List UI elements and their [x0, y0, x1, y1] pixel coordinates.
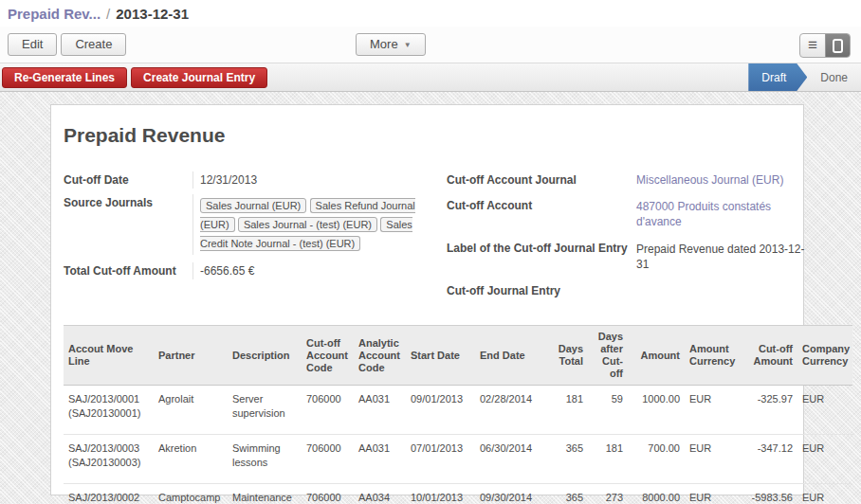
statusbar-states: DraftDone [748, 63, 861, 91]
table-row[interactable]: SAJ/2013/0001 (SAJ20130001)AgrolaitServe… [64, 386, 852, 435]
create-button[interactable]: Create [61, 33, 126, 56]
table-cell: 273 [588, 484, 628, 504]
state-done[interactable]: Done [807, 63, 861, 91]
table-cell: 700.00 [628, 435, 685, 484]
view-switcher: ≡ [799, 33, 851, 58]
table-cell: EUR [797, 386, 852, 435]
cutoff-account-label: Cut-off Account [447, 197, 634, 231]
column-header: Amount [628, 326, 685, 386]
journal-entry-label-value: Prepaid Revenue dated 2013-12-31 [634, 240, 807, 274]
column-header: Partner [154, 326, 228, 386]
form-sheet: Prepaid Revenue Cut-off Date 12/31/2013 … [50, 104, 804, 495]
table-cell: -325.97 [743, 386, 797, 435]
column-header: Days Total [552, 326, 588, 386]
source-journals-tags: Sales Journal (EUR) Sales Refund Journal… [192, 194, 435, 255]
table-cell: Agrolait [154, 386, 228, 435]
column-header: Description [228, 326, 302, 386]
more-dropdown-wrap: More▼ [356, 33, 426, 56]
form-view-button[interactable] [825, 34, 850, 57]
table-cell: EUR [685, 435, 743, 484]
cutoff-account-journal-label: Cut-off Account Journal [447, 171, 634, 189]
journal-tag: Sales Journal - (test) (EUR) [238, 217, 377, 232]
form-left-column: Cut-off Date 12/31/2013 Source Journals … [64, 171, 435, 306]
table-cell: 02/28/2014 [475, 386, 552, 435]
table-cell: EUR [685, 484, 743, 504]
table-cell: SAJ/2013/0002 (SAJ20130002) [64, 484, 154, 504]
table-cell: Swimming lessons [228, 435, 302, 484]
table-cell: 365 [552, 435, 588, 484]
table-cell: 1000.00 [628, 386, 685, 435]
status-action-bar: Re-Generate Lines Create Journal Entry D… [0, 63, 861, 92]
cutoff-date-label: Cut-off Date [64, 171, 192, 189]
table-cell: 181 [552, 386, 588, 435]
lines-table-wrap: Accout Move LinePartnerDescriptionCut-of… [64, 325, 852, 504]
page-background: Prepaid Revenue Cut-off Date 12/31/2013 … [0, 92, 861, 504]
table-cell: SAJ/2013/0003 (SAJ20130003) [64, 435, 154, 484]
cutoff-journal-entry-label: Cut-off Journal Entry [447, 282, 634, 297]
table-header-row: Accout Move LinePartnerDescriptionCut-of… [64, 326, 852, 386]
table-row[interactable]: SAJ/2013/0003 (SAJ20130003)AkretionSwimm… [64, 435, 852, 484]
regenerate-lines-button[interactable]: Re-Generate Lines [2, 67, 127, 88]
column-header: Cut-off Account Code [302, 326, 354, 386]
cutoff-journal-entry-value [634, 282, 807, 297]
table-cell: EUR [797, 484, 852, 504]
table-cell: Server supervision [228, 386, 302, 435]
edit-button[interactable]: Edit [8, 33, 57, 56]
table-cell: AA034 [354, 484, 406, 504]
column-header: Accout Move Line [64, 326, 154, 386]
table-cell: 706000 [302, 386, 354, 435]
total-cutoff-amount-label: Total Cut-off Amount [64, 262, 192, 279]
breadcrumb-parent-link[interactable]: Prepaid Rev... [8, 6, 101, 22]
more-button-label: More [370, 37, 398, 51]
table-cell: 07/01/2013 [406, 435, 475, 484]
chevron-down-icon: ▼ [404, 41, 412, 49]
table-cell: Akretion [154, 435, 228, 484]
toolbar-left-group: Edit Create [8, 33, 126, 56]
form-icon [833, 39, 843, 53]
cutoff-account-journal-link[interactable]: Miscellaneous Journal (EUR) [636, 173, 783, 187]
column-header: Days after Cut-off [588, 326, 628, 386]
page-title: Prepaid Revenue [64, 124, 803, 147]
table-cell: SAJ/2013/0001 (SAJ20130001) [64, 386, 154, 435]
form-fields: Cut-off Date 12/31/2013 Source Journals … [64, 171, 803, 306]
total-cutoff-amount-value: -6656.65 € [192, 262, 435, 279]
table-body: SAJ/2013/0001 (SAJ20130001)AgrolaitServe… [64, 386, 852, 504]
journal-entry-label-label: Label of the Cut-off Journal Entry [447, 240, 634, 274]
column-header: End Date [475, 326, 552, 386]
cutoff-account-link[interactable]: 487000 Produits constatés d'avance [636, 200, 771, 228]
table-cell: 06/30/2014 [475, 435, 552, 484]
list-icon: ≡ [808, 37, 817, 53]
cutoff-date-value: 12/31/2013 [192, 171, 435, 189]
action-buttons: Re-Generate Lines Create Journal Entry [0, 67, 267, 88]
table-cell: 365 [552, 484, 588, 504]
toolbar: Edit Create More▼ ≡ [0, 27, 861, 63]
table-cell: 09/30/2014 [475, 484, 552, 504]
create-journal-entry-button[interactable]: Create Journal Entry [131, 67, 267, 88]
table-cell: EUR [797, 435, 852, 484]
table-cell: 706000 [302, 484, 354, 504]
source-journals-label: Source Journals [64, 194, 192, 255]
column-header: Amount Currency [685, 326, 743, 386]
form-right-column: Cut-off Account Journal Miscellaneous Jo… [447, 171, 807, 306]
table-cell: Camptocamp [154, 484, 228, 504]
state-draft[interactable]: Draft [748, 63, 807, 91]
journal-tag: Sales Journal (EUR) [200, 198, 306, 213]
column-header: Cut-off Amount [743, 326, 797, 386]
table-cell: Maintenance contract [228, 484, 302, 504]
table-cell: AA031 [354, 386, 406, 435]
lines-table: Accout Move LinePartnerDescriptionCut-of… [64, 325, 852, 504]
table-cell: -5983.56 [743, 484, 797, 504]
more-button[interactable]: More▼ [356, 33, 426, 56]
breadcrumb-separator: / [106, 6, 110, 22]
table-cell: 09/01/2013 [406, 386, 475, 435]
breadcrumb: Prepaid Rev... / 2013-12-31 [0, 0, 861, 27]
table-cell: 10/01/2013 [406, 484, 475, 504]
table-cell: AA031 [354, 435, 406, 484]
list-view-button[interactable]: ≡ [800, 34, 825, 57]
column-header: Analytic Account Code [354, 326, 406, 386]
table-cell: EUR [685, 386, 743, 435]
table-cell: 706000 [302, 435, 354, 484]
table-cell: -347.12 [743, 435, 797, 484]
breadcrumb-current: 2013-12-31 [116, 6, 189, 22]
table-row[interactable]: SAJ/2013/0002 (SAJ20130002)CamptocampMai… [64, 484, 852, 504]
